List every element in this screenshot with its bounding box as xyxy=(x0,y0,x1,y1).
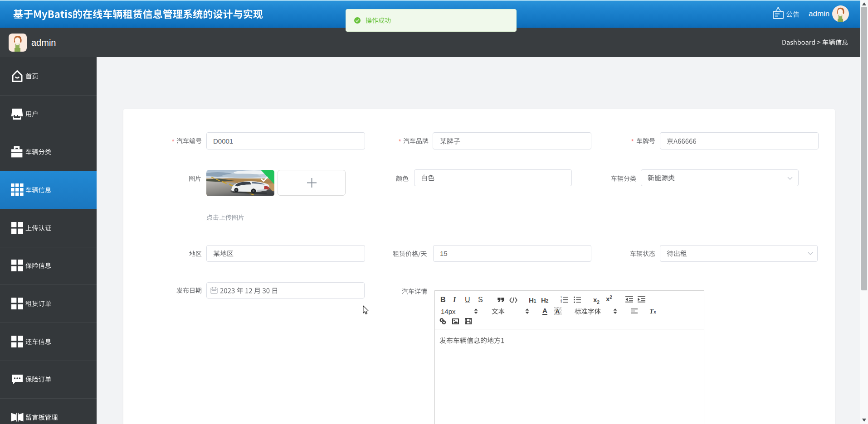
svg-text:3: 3 xyxy=(561,301,562,303)
svg-text:A: A xyxy=(556,308,560,315)
